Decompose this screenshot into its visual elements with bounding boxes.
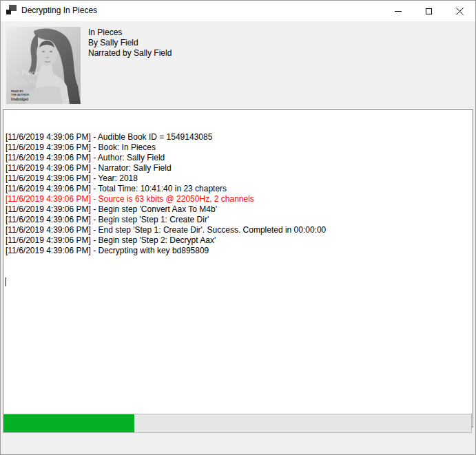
- progress-bar: [3, 414, 472, 433]
- log-line: [11/6/2019 4:39:06 PM] - Decrypting with…: [6, 246, 470, 256]
- app-icon-square-bottom: [6, 10, 11, 14]
- log-line: [11/6/2019 4:39:06 PM] - End step 'Step …: [6, 225, 470, 235]
- title-bar[interactable]: Decrypting In Pieces: [1, 1, 475, 21]
- log-line: [11/6/2019 4:39:06 PM] - Begin step 'Con…: [6, 204, 470, 215]
- minimize-icon: [395, 11, 402, 12]
- log-line: [11/6/2019 4:39:06 PM] - Author: Sally F…: [6, 153, 470, 163]
- caption-buttons: [382, 1, 475, 21]
- book-cover-art: In Pieces Sally Field READ BY THE AUTHOR…: [6, 27, 81, 104]
- close-icon: [456, 8, 464, 15]
- log-lines: [11/6/2019 4:39:06 PM] - Audible Book ID…: [6, 132, 470, 256]
- log-line: [11/6/2019 4:39:06 PM] - Total Time: 10:…: [6, 184, 470, 194]
- maximize-button[interactable]: [413, 1, 444, 21]
- minimize-button[interactable]: [382, 1, 413, 21]
- log-line: [11/6/2019 4:39:06 PM] - Begin step 'Ste…: [6, 215, 470, 225]
- progress-fill: [3, 414, 134, 432]
- log-line: [11/6/2019 4:39:06 PM] - Audible Book ID…: [6, 132, 470, 142]
- cover-badge-line2: THE AUTHOR: [11, 93, 29, 96]
- book-author: By Sally Field: [88, 38, 172, 48]
- window-title: Decrypting In Pieces: [21, 1, 97, 21]
- app-window: Decrypting In Pieces: [0, 0, 476, 455]
- log-line: [11/6/2019 4:39:06 PM] - Narrator: Sally…: [6, 163, 470, 173]
- book-title: In Pieces: [88, 28, 172, 38]
- book-cover-image: In Pieces Sally Field READ BY THE AUTHOR…: [6, 27, 81, 104]
- cover-title-text: In Pieces: [13, 69, 41, 76]
- text-caret: [6, 277, 6, 286]
- close-button[interactable]: [444, 1, 475, 21]
- log-textbox[interactable]: [11/6/2019 4:39:06 PM] - Audible Book ID…: [3, 109, 473, 427]
- log-caret-line: [6, 277, 470, 287]
- log-line: [11/6/2019 4:39:06 PM] - Source is 63 kb…: [6, 194, 470, 204]
- book-info: In Pieces By Sally Field Narrated by Sal…: [88, 28, 172, 59]
- book-narrator: Narrated by Sally Field: [88, 48, 172, 59]
- maximize-icon: [426, 8, 432, 14]
- cover-author-text: Sally Field: [13, 78, 44, 85]
- log-line: [11/6/2019 4:39:06 PM] - Year: 2018: [6, 173, 470, 184]
- log-line: [11/6/2019 4:39:06 PM] - Begin step 'Ste…: [6, 235, 470, 246]
- cover-badge-line3: Unabridged: [11, 98, 28, 101]
- log-line: [11/6/2019 4:39:06 PM] - Book: In Pieces: [6, 142, 470, 153]
- app-icon: [6, 5, 17, 16]
